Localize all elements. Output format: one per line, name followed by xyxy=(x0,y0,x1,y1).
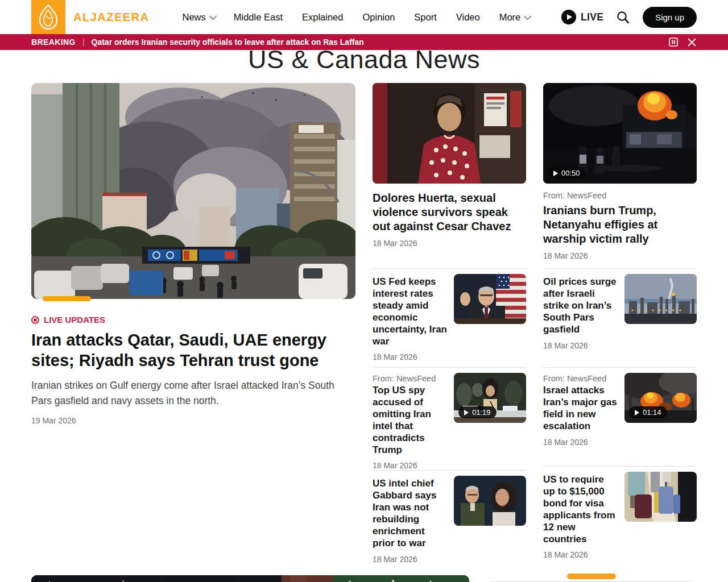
nav-item-more[interactable]: More xyxy=(499,12,530,23)
live-button[interactable]: LIVE xyxy=(561,10,603,24)
breaking-separator: | xyxy=(82,38,85,47)
effigy-burning-photo[interactable]: 00:50 xyxy=(543,83,697,184)
video-duration-badge: 00:50 xyxy=(548,167,586,179)
play-icon xyxy=(635,410,639,415)
story-source: From: NewsFeed xyxy=(373,374,447,383)
chevron-down-icon xyxy=(209,13,217,20)
svg-text:★: ★ xyxy=(117,576,130,582)
right-top-story-date: 18 Mar 2026 xyxy=(543,251,697,260)
svg-text:★: ★ xyxy=(80,579,93,582)
newsletter-accent-bar xyxy=(567,573,616,579)
fed-chair-flag-photo[interactable] xyxy=(454,274,526,324)
svg-text:★: ★ xyxy=(43,577,56,582)
breaking-news-banner: BREAKING | Qatar orders Iranian security… xyxy=(0,34,728,50)
lead-story-date: 19 Mar 2026 xyxy=(31,416,355,425)
live-updates-label[interactable]: LIVE UPDATES xyxy=(31,315,355,325)
close-banner-button[interactable] xyxy=(687,38,697,47)
oil-refinery-photo[interactable] xyxy=(624,274,697,324)
intel-hearing-photo[interactable]: 01:19 xyxy=(454,373,526,423)
refinery-thumb-illustration xyxy=(624,274,697,324)
story-title[interactable]: US to require up to $15,000 bond for vis… xyxy=(543,474,618,545)
story-row-gasfield: From: NewsFeed Israel attacks Iran’s maj… xyxy=(543,367,697,466)
story-title[interactable]: US Fed keeps interest rates steady amid … xyxy=(373,276,447,347)
story-row-gabbard: US intel chief Gabbard says Iran was not… xyxy=(373,470,526,563)
dolores-image-illustration xyxy=(373,83,526,184)
fed-thumb-illustration xyxy=(454,274,526,324)
video-duration-badge: 01:19 xyxy=(458,406,497,418)
bottom-section: ★★★ ★★★ Sign up for Al Jazeera xyxy=(0,575,728,582)
breaking-label: BREAKING xyxy=(31,38,76,47)
chevron-down-icon xyxy=(524,13,532,20)
nav-item-middle-east[interactable]: Middle East xyxy=(234,12,283,23)
pause-ticker-button[interactable] xyxy=(669,38,678,47)
gasfield-fire-photo[interactable]: 01:14 xyxy=(624,373,697,423)
story-date: 18 Mar 2026 xyxy=(373,461,447,470)
lead-story: LIVE UPDATES Iran attacks Qatar, Saudi, … xyxy=(31,83,355,564)
beirut-street-smoke-photo[interactable] xyxy=(31,83,355,299)
story-row-oil: Oil prices surge after Israeli strike on… xyxy=(543,268,697,367)
right-column: 00:50 From: NewsFeed Iranians burn Trump… xyxy=(543,83,697,564)
us-flag-ceremony-photo[interactable]: ★★★ ★★★ xyxy=(31,575,469,582)
story-title[interactable]: Israel attacks Iran’s major gas field in… xyxy=(543,385,618,433)
video-duration-badge: 01:14 xyxy=(629,406,667,418)
right-top-story-source: From: NewsFeed xyxy=(543,191,697,200)
lead-story-title[interactable]: Iran attacks Qatar, Saudi, UAE energy si… xyxy=(31,330,355,371)
bottom-image-illustration: ★★★ ★★★ xyxy=(31,575,469,582)
story-title[interactable]: US intel chief Gabbard says Iran was not… xyxy=(373,478,447,549)
site-header: ALJAZEERA News Middle East Explained Opi… xyxy=(0,0,728,34)
middle-top-story: Dolores Huerta, sexual violence survivor… xyxy=(373,83,526,268)
middle-top-story-title[interactable]: Dolores Huerta, sexual violence survivor… xyxy=(373,191,526,234)
lead-story-excerpt: Iranian strikes on Gulf energy come afte… xyxy=(31,378,355,409)
story-date: 18 Mar 2026 xyxy=(373,352,447,361)
search-button[interactable] xyxy=(616,10,630,24)
story-row-spy: From: NewsFeed Top US spy accused of omi… xyxy=(373,367,526,470)
close-icon xyxy=(687,38,697,47)
lead-image-illustration xyxy=(31,83,355,299)
breaking-headline-link[interactable]: Qatar orders Iranian security officials … xyxy=(92,38,364,47)
play-icon xyxy=(464,410,469,415)
gabbard-thumb-illustration xyxy=(454,476,526,526)
nav-item-opinion[interactable]: Opinion xyxy=(362,12,395,23)
story-date: 18 Mar 2026 xyxy=(543,438,618,447)
story-source: From: NewsFeed xyxy=(543,374,618,383)
story-title[interactable]: Top US spy accused of omitting Iran inte… xyxy=(373,385,447,456)
story-progress-bar xyxy=(43,296,91,301)
svg-text:★: ★ xyxy=(156,579,169,582)
airport-travelers-photo[interactable] xyxy=(624,472,697,522)
story-title[interactable]: Oil prices surge after Israeli strike on… xyxy=(543,276,618,336)
middle-column: Dolores Huerta, sexual violence survivor… xyxy=(373,83,526,564)
dolores-huerta-photo[interactable] xyxy=(373,83,526,184)
aljazeera-flame-icon xyxy=(37,4,60,30)
play-icon xyxy=(553,171,558,176)
travelers-thumb-illustration xyxy=(624,472,697,522)
header-actions: LIVE Sign up xyxy=(561,7,697,28)
news-grid: LIVE UPDATES Iran attacks Qatar, Saudi, … xyxy=(0,83,728,564)
live-dot-icon xyxy=(31,316,39,324)
svg-text:★: ★ xyxy=(233,579,246,582)
right-top-story-title[interactable]: Iranians burn Trump, Netanyahu effigies … xyxy=(543,203,697,247)
aljazeera-logo[interactable] xyxy=(31,0,65,34)
nav-item-sport[interactable]: Sport xyxy=(414,12,436,23)
story-row-fed: US Fed keeps interest rates steady amid … xyxy=(373,268,526,367)
story-date: 18 Mar 2026 xyxy=(543,341,618,350)
nav-item-news[interactable]: News xyxy=(183,12,214,23)
svg-text:★: ★ xyxy=(196,580,209,582)
main-nav: News Middle East Explained Opinion Sport… xyxy=(183,12,530,23)
nav-item-explained[interactable]: Explained xyxy=(302,12,343,23)
story-row-visa: US to require up to $15,000 bond for vis… xyxy=(543,466,697,559)
gabbard-general-photo[interactable] xyxy=(454,476,526,526)
signup-button[interactable]: Sign up xyxy=(643,7,697,28)
nav-item-video[interactable]: Video xyxy=(456,12,480,23)
pause-icon xyxy=(669,38,678,47)
story-date: 18 Mar 2026 xyxy=(373,555,447,564)
play-icon xyxy=(561,10,576,24)
right-top-story: 00:50 From: NewsFeed Iranians burn Trump… xyxy=(543,83,697,268)
search-icon xyxy=(616,10,630,24)
lead-story-image-wrap xyxy=(31,83,355,299)
story-date: 18 Mar 2026 xyxy=(543,550,618,559)
middle-top-story-date: 18 Mar 2026 xyxy=(373,239,526,248)
brand-wordmark: ALJAZEERA xyxy=(73,11,150,24)
